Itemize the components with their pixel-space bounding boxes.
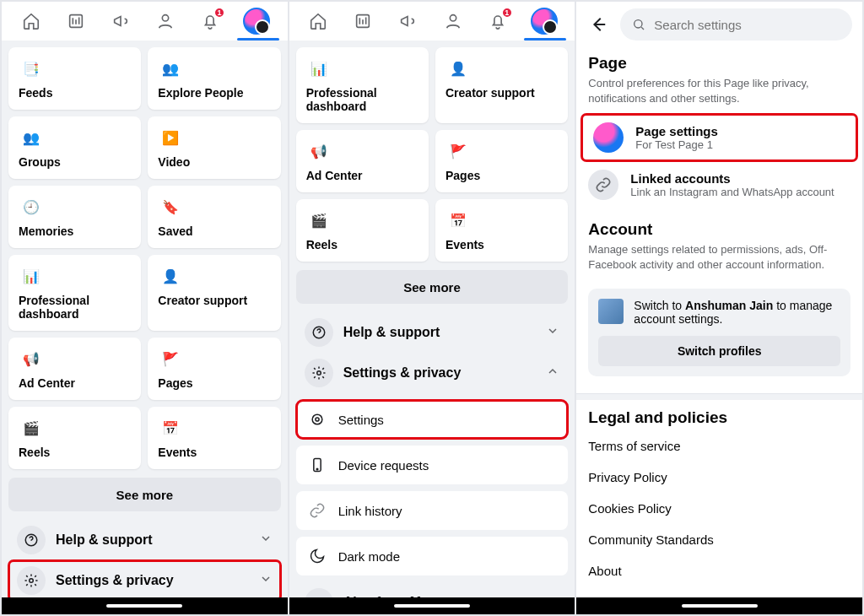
gesture-bar — [2, 597, 288, 614]
legal-link[interactable]: Community Standards — [576, 524, 862, 555]
menu-card-video[interactable]: ▶️Video — [148, 116, 280, 179]
svg-point-1 — [162, 15, 168, 21]
help-icon — [17, 526, 46, 554]
menu-card[interactable]: 🎬Reels — [296, 199, 429, 262]
video-icon: ▶️ — [158, 125, 183, 150]
home-icon[interactable] — [19, 9, 43, 33]
profile-icon[interactable] — [154, 9, 177, 33]
card-label: Ad Center — [19, 376, 131, 390]
row-settings[interactable]: Settings & privacy — [8, 560, 281, 597]
card-label: Feeds — [19, 86, 131, 100]
megaphone-icon[interactable] — [109, 9, 132, 33]
search-field[interactable] — [654, 18, 840, 32]
also-from-meta-row[interactable]: Also from Meta — [296, 582, 569, 597]
page-settings-subtitle: For Test Page 1 — [635, 138, 718, 151]
card-label: Groups — [19, 155, 131, 169]
page-settings-row[interactable]: Page settings For Test Page 1 — [581, 114, 857, 161]
help-icon — [305, 318, 333, 347]
ad-center-icon: 📢 — [19, 346, 44, 371]
subitem-moon[interactable]: Dark mode — [296, 537, 569, 575]
row-help[interactable]: Help & support — [8, 520, 281, 560]
account-section: Account Manage settings related to permi… — [576, 213, 862, 280]
panel-menu-expanded: 1 📊Professional dashboard👤Creator suppor… — [288, 0, 577, 616]
card-label: Explore People — [158, 86, 270, 100]
card-label: Video — [158, 155, 270, 169]
gear-icon — [305, 359, 333, 387]
menu-avatar-icon[interactable] — [531, 8, 558, 35]
search-icon — [632, 18, 645, 31]
panel-settings: Page Control preferences for this Page l… — [575, 0, 864, 616]
see-more-button[interactable]: See more — [8, 478, 281, 511]
bell-icon[interactable]: 1 — [198, 9, 222, 33]
chevron-up-icon — [546, 365, 559, 381]
menu-avatar-icon[interactable] — [243, 8, 270, 35]
prof-dash-icon: 📊 — [19, 263, 44, 289]
home-icon[interactable] — [306, 9, 330, 33]
subitem-phone[interactable]: Device requests — [296, 446, 569, 484]
chevron-down-icon — [259, 572, 273, 589]
card-icon: 📊 — [306, 56, 332, 81]
menu-card-pages[interactable]: 🚩Pages — [148, 338, 280, 400]
card-label: Reels — [19, 446, 131, 459]
menu-card-groups[interactable]: 👥Groups — [8, 116, 141, 179]
menu-card-saved[interactable]: 🔖Saved — [148, 186, 280, 248]
settings-header — [576, 2, 862, 47]
menu-card[interactable]: 📊Professional dashboard — [296, 47, 429, 123]
notif-badge: 1 — [501, 7, 513, 19]
card-label: Saved — [158, 224, 270, 238]
linked-title: Linked accounts — [630, 171, 834, 186]
gesture-bar — [576, 597, 862, 614]
megaphone-icon[interactable] — [396, 9, 419, 33]
help-support-label: Help & support — [343, 325, 547, 340]
menu-card[interactable]: 📅Events — [435, 199, 568, 262]
menu-card[interactable]: 📢Ad Center — [296, 130, 429, 192]
menu-card-feeds[interactable]: 📑Feeds — [8, 47, 141, 110]
linked-accounts-row[interactable]: Linked accounts Link an Instagram and Wh… — [576, 161, 862, 208]
back-button[interactable] — [586, 13, 610, 36]
switch-profile-box: Switch to Anshuman Jain to manage accoun… — [588, 289, 850, 376]
bell-icon[interactable]: 1 — [486, 9, 510, 33]
menu-card-events[interactable]: 📅Events — [148, 407, 280, 469]
subitem-gear[interactable]: Settings — [296, 400, 569, 439]
menu-card-reels[interactable]: 🎬Reels — [8, 407, 141, 469]
menu-card[interactable]: 👤Creator support — [435, 47, 568, 123]
svg-point-9 — [450, 15, 456, 21]
settings-privacy-row[interactable]: Settings & privacy — [296, 353, 569, 393]
see-more-button[interactable]: See more — [296, 270, 569, 304]
profile-thumb-icon — [598, 299, 624, 324]
feed-icon[interactable] — [351, 9, 375, 33]
help-support-row[interactable]: Help & support — [296, 312, 569, 353]
legal-link[interactable]: About — [576, 555, 862, 586]
card-icon: 🎬 — [306, 208, 332, 233]
page-heading: Page — [588, 54, 850, 73]
card-label: Ad Center — [306, 169, 418, 182]
feed-icon[interactable] — [64, 9, 88, 33]
menu-card-prof-dash[interactable]: 📊Professional dashboard — [8, 255, 141, 331]
meta-icon — [305, 588, 333, 597]
settings-icon — [17, 566, 46, 595]
switch-profiles-button[interactable]: Switch profiles — [598, 336, 840, 366]
events-icon: 📅 — [158, 415, 183, 440]
menu-card-explore[interactable]: 👥Explore People — [148, 47, 280, 110]
profile-icon[interactable] — [441, 9, 465, 33]
card-icon: 📢 — [306, 138, 332, 164]
svg-point-20 — [634, 20, 642, 28]
subitem-label: Device requests — [338, 458, 429, 473]
search-settings-input[interactable] — [620, 8, 852, 41]
legal-link[interactable]: Terms of service — [576, 430, 862, 462]
legal-link[interactable]: Privacy Policy — [576, 462, 862, 493]
chevron-down-icon — [259, 532, 273, 548]
chevron-down-icon — [546, 324, 559, 341]
page-avatar-icon — [593, 122, 624, 153]
active-tab-underline — [524, 38, 566, 41]
menu-card-ad-center[interactable]: 📢Ad Center — [8, 338, 141, 400]
menu-card-memories[interactable]: 🕘Memories — [8, 186, 141, 248]
svg-point-12 — [312, 414, 322, 424]
menu-card[interactable]: 🚩Pages — [435, 130, 568, 192]
svg-point-11 — [316, 371, 321, 376]
subitem-link[interactable]: Link history — [296, 491, 569, 530]
gear-icon — [306, 408, 328, 430]
menu-card-creator[interactable]: 👤Creator support — [148, 255, 280, 331]
card-label: Events — [158, 446, 270, 459]
legal-link[interactable]: Cookies Policy — [576, 493, 862, 524]
